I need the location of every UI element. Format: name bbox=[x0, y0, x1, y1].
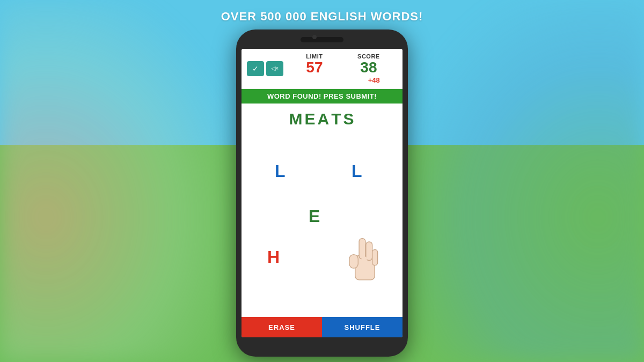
word-display: M E A T S bbox=[241, 104, 402, 132]
phone-screen: ✓ ◁× LIMIT 57 SCORE 38 +48 WORD FOUND! P… bbox=[241, 49, 402, 337]
bg-blur-right bbox=[413, 0, 644, 362]
svg-rect-2 bbox=[366, 242, 372, 261]
phone-frame: ✓ ◁× LIMIT 57 SCORE 38 +48 WORD FOUND! P… bbox=[236, 29, 408, 357]
top-headline: OVER 500 000 ENGLISH WORDS! bbox=[0, 10, 644, 24]
limit-block: LIMIT 57 bbox=[306, 53, 323, 76]
svg-rect-3 bbox=[362, 256, 367, 271]
game-area[interactable]: M E A T S L L E H bbox=[241, 104, 402, 317]
word-letter-m: M bbox=[289, 110, 303, 128]
sound-button[interactable]: ◁× bbox=[266, 61, 283, 76]
limit-value: 57 bbox=[306, 60, 323, 76]
word-letter-t: T bbox=[331, 110, 342, 128]
falling-letter-E: E bbox=[309, 206, 320, 226]
word-letter-s: S bbox=[343, 110, 355, 128]
word-found-banner: WORD FOUND! PRES SUBMIT! bbox=[241, 89, 402, 104]
phone-camera bbox=[312, 35, 317, 39]
phone-notch bbox=[301, 37, 343, 42]
falling-letter-L1: L bbox=[275, 161, 286, 181]
bg-blur-left bbox=[0, 0, 231, 362]
score-block: SCORE 38 +48 bbox=[357, 53, 380, 84]
word-letter-a: A bbox=[318, 110, 331, 128]
bottom-buttons: ERASE SHUFFLE bbox=[241, 317, 402, 337]
word-letter-e: E bbox=[304, 110, 316, 128]
svg-rect-5 bbox=[349, 255, 358, 268]
header-buttons: ✓ ◁× bbox=[247, 61, 283, 76]
check-button[interactable]: ✓ bbox=[247, 61, 264, 76]
header-bar: ✓ ◁× LIMIT 57 SCORE 38 +48 bbox=[241, 49, 402, 89]
svg-rect-4 bbox=[372, 250, 378, 265]
hand-cursor-icon bbox=[343, 231, 386, 285]
shuffle-button[interactable]: SHUFFLE bbox=[322, 317, 402, 337]
svg-rect-1 bbox=[359, 239, 365, 259]
erase-button[interactable]: ERASE bbox=[241, 317, 322, 337]
falling-letter-H: H bbox=[267, 247, 280, 267]
svg-rect-0 bbox=[355, 255, 375, 279]
falling-letter-L2: L bbox=[352, 161, 362, 181]
header-stats: LIMIT 57 SCORE 38 +48 bbox=[289, 53, 397, 84]
score-bonus: +48 bbox=[357, 76, 380, 84]
score-value: 38 bbox=[357, 60, 380, 76]
